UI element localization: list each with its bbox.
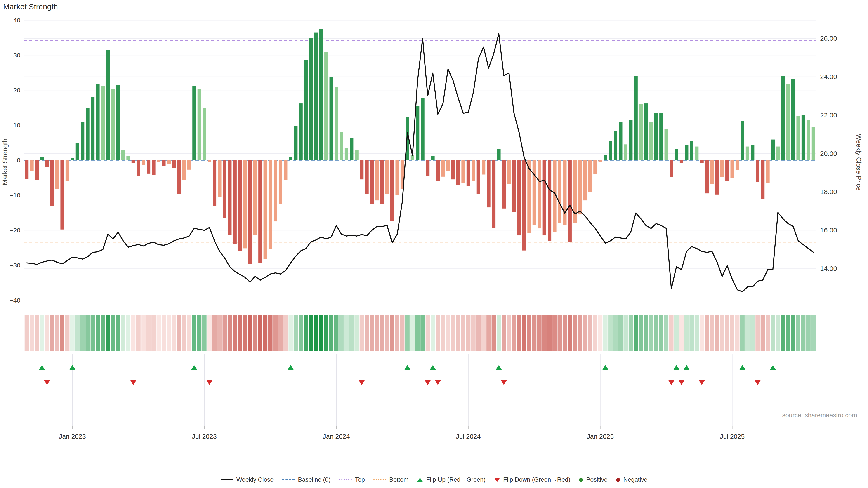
dotted-sample-icon (373, 479, 386, 480)
dotted-sample-icon (339, 479, 352, 480)
strength-bar (441, 160, 445, 177)
heatmap-cell (213, 315, 217, 351)
strength-bar (182, 160, 186, 180)
heatmap-cell (456, 315, 460, 351)
heatmap-cell (740, 315, 745, 351)
legend-label: Flip Up (Red→Green) (426, 476, 486, 483)
heatmap-cell (593, 315, 597, 351)
reference-lines (24, 41, 816, 242)
strength-bar (136, 160, 140, 176)
strength-bar (680, 160, 683, 163)
strength-bar (111, 89, 115, 160)
flip-down-icon (699, 380, 705, 385)
flip-up-markers (39, 365, 776, 370)
heatmap-cell (278, 315, 283, 351)
heatmap-cell (614, 315, 618, 351)
flip-down-icon (130, 380, 136, 385)
strength-bar (40, 158, 44, 160)
heatmap-cell (608, 315, 613, 351)
heatmap-cell (471, 315, 475, 351)
strength-bar (218, 160, 221, 197)
strength-bar (771, 140, 775, 160)
flip-up-icon (770, 365, 776, 370)
heatmap-cell (172, 315, 176, 351)
strength-bar (614, 131, 617, 160)
strength-bar (345, 148, 348, 160)
heatmap-cell (512, 315, 516, 351)
strength-bar (807, 120, 810, 160)
strength-bar (385, 160, 389, 194)
heatmap-cell (806, 315, 811, 351)
right-axis-tick: 22.00 (820, 111, 837, 119)
heatmap-cell (293, 315, 298, 351)
strength-bar (578, 160, 582, 215)
strength-bar (639, 104, 643, 160)
heatmap-cell (35, 315, 39, 351)
strength-bar (319, 29, 323, 160)
flip-up-icon (430, 365, 436, 370)
strength-bar (350, 138, 353, 160)
strength-bar (451, 160, 455, 180)
heatmap-cell (111, 315, 115, 351)
right-axis-tick: 24.00 (820, 73, 837, 80)
strength-bar (812, 127, 815, 160)
strength-bar (487, 160, 491, 207)
flip-down-icon (206, 380, 213, 385)
strength-bar (314, 33, 318, 160)
flip-up-icon (39, 365, 45, 370)
strength-bar (365, 160, 369, 194)
right-axis-tick: 20.00 (820, 150, 837, 157)
market-strength-page: Market Strength Market Strength Weekly C… (0, 0, 868, 488)
strength-bar (177, 160, 181, 194)
strength-bar (705, 160, 709, 193)
strength-bar (796, 116, 800, 160)
flip-up-icon (496, 365, 502, 370)
strength-bar (776, 147, 780, 160)
heatmap-cell (116, 315, 120, 351)
heatmap-cell (288, 315, 293, 351)
heatmap-cell (228, 315, 232, 351)
strength-bar (91, 97, 94, 160)
heatmap-cell (75, 315, 80, 351)
heatmap-cell (248, 315, 252, 351)
heatmap-cell (502, 315, 506, 351)
strength-bar (142, 160, 145, 165)
heatmap-cell (40, 315, 44, 351)
heatmap-cell (811, 315, 815, 351)
heatmap-cell (497, 315, 501, 351)
heatmap-cell (730, 315, 735, 351)
strength-bar (736, 160, 739, 170)
left-axis-tick: 0 (17, 157, 20, 164)
strength-bar (223, 160, 226, 218)
market-strength-chart: 403020100−10−20−30−4026.0024.0022.0020.0… (0, 0, 868, 454)
flip-up-icon (287, 365, 294, 370)
strength-bar (309, 38, 313, 160)
heatmap-cell (319, 315, 323, 351)
strength-bar (274, 160, 277, 221)
strength-bar (725, 160, 729, 181)
strength-bar (675, 149, 678, 160)
heatmap-cell (567, 315, 572, 351)
heatmap-cell (735, 315, 739, 351)
strength-bar (456, 160, 460, 185)
heatmap-cell (781, 315, 785, 351)
x-axis-tick-label: Jan 2025 (587, 433, 614, 440)
heatmap-cell (633, 315, 638, 351)
flip-up-icon (191, 365, 197, 370)
heatmap-cell (86, 315, 90, 351)
flip-down-icon (359, 380, 365, 385)
heatmap-cell (65, 315, 69, 351)
flip-up-icon (673, 365, 680, 370)
heatmap-cell (700, 315, 704, 351)
heatmap-cell (542, 315, 547, 351)
legend-item-weekly-close: Weekly Close (221, 476, 274, 483)
heatmap-cell (177, 315, 181, 351)
strength-bar (507, 160, 510, 184)
strength-bar (461, 160, 465, 183)
heatmap-cell (96, 315, 100, 351)
heatmap-cell (639, 315, 643, 351)
strength-bar (690, 140, 693, 160)
strength-bar (477, 160, 480, 194)
left-axis-tick: 20 (13, 87, 20, 94)
heatmap-cell (395, 315, 399, 351)
